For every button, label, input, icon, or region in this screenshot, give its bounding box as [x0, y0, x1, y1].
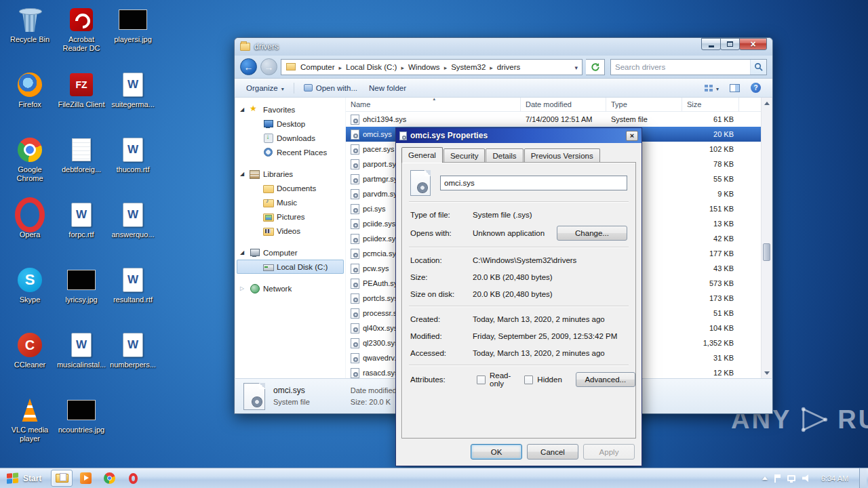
breadcrumb-item[interactable]: Computer	[298, 60, 343, 75]
open-with-button[interactable]: Open with...	[299, 82, 362, 94]
filename-row	[402, 168, 635, 198]
refresh-button[interactable]	[586, 59, 605, 75]
desktop-icon[interactable]: resultand.rtf	[107, 263, 159, 328]
desktop-icon[interactable]: forpc.rtf	[56, 198, 107, 263]
organize-button[interactable]: Organize	[241, 82, 289, 94]
taskbar-app-button[interactable]	[98, 470, 120, 487]
views-button[interactable]	[700, 82, 724, 94]
show-desktop-button[interactable]	[859, 468, 867, 488]
dialog-titlebar[interactable]: omci.sys Properties	[396, 128, 642, 143]
column-header-type[interactable]: Type	[606, 98, 682, 111]
desktop-icon[interactable]: suitegerma...	[107, 68, 159, 133]
tree-item[interactable]: Recent Places	[237, 145, 344, 159]
desktop-icon[interactable]: Acrobat Reader DC	[56, 3, 107, 68]
tree-item[interactable]: Documents	[237, 181, 344, 195]
breadcrumb-separator-icon	[523, 63, 526, 71]
cancel-button[interactable]: Cancel	[527, 444, 578, 460]
tree-item[interactable]: Pictures	[237, 209, 344, 224]
taskbar-app-button[interactable]	[122, 470, 144, 487]
scrollbar-thumb[interactable]	[763, 243, 770, 261]
search-icon[interactable]	[750, 60, 766, 75]
filename-input[interactable]	[440, 176, 627, 190]
expander-icon[interactable]	[240, 171, 244, 177]
dialog-close-button[interactable]	[626, 131, 638, 141]
preview-pane-button[interactable]	[725, 82, 745, 94]
breadcrumb-item[interactable]: System32	[448, 60, 494, 75]
tree-item[interactable]: Network	[237, 281, 344, 296]
dialog-tab[interactable]: General	[401, 147, 443, 163]
desktop-icon[interactable]: FileZilla Client	[56, 68, 107, 133]
maximize-button[interactable]	[720, 38, 740, 50]
desktop-icon[interactable]: playersi.jpg	[107, 3, 159, 68]
tree-item[interactable]: Videos	[237, 224, 344, 238]
tree-item[interactable]: Music	[237, 195, 344, 209]
minimize-icon	[709, 45, 714, 47]
network-icon[interactable]	[787, 475, 795, 481]
minimize-button[interactable]	[701, 38, 721, 50]
desktop-icon[interactable]: CCleaner	[4, 328, 56, 393]
tree-item[interactable]: Computer	[237, 245, 344, 260]
desktop-icon[interactable]: VLC media player	[4, 393, 56, 458]
new-folder-button[interactable]: New folder	[364, 82, 411, 94]
volume-icon[interactable]	[802, 474, 810, 482]
expander-icon[interactable]	[240, 250, 244, 256]
change-button[interactable]: Change...	[557, 226, 627, 241]
breadcrumb-item[interactable]: drivers	[494, 60, 526, 75]
scroll-up-icon[interactable]	[762, 98, 772, 108]
file-row[interactable]: ohci1394.sys 7/14/2009 12:51 AM System f…	[346, 112, 761, 127]
tree-item[interactable]: Local Disk (C:)	[237, 260, 344, 274]
forward-button[interactable]	[260, 58, 277, 75]
clock[interactable]: 6:34 AM	[817, 474, 852, 483]
tree-item[interactable]: Favorites	[237, 102, 344, 117]
dialog-tab[interactable]: Previous Versions	[524, 148, 600, 162]
column-header-date-modified[interactable]: Date modified	[521, 98, 606, 111]
explorer-titlebar[interactable]: drivers	[235, 38, 772, 56]
desktop-icon[interactable]: lyricsy.jpg	[56, 263, 107, 328]
desktop-icon[interactable]: Firefox	[4, 68, 56, 133]
taskbar-app-button[interactable]	[51, 470, 73, 487]
size-label: Size:	[410, 273, 473, 281]
help-button[interactable]	[746, 81, 766, 95]
address-history-dropdown-icon[interactable]	[570, 63, 582, 71]
taskbar-app-button[interactable]	[75, 470, 96, 487]
tree-item[interactable]: Libraries	[237, 167, 344, 181]
scroll-down-icon[interactable]	[762, 367, 772, 378]
dialog-tab[interactable]: Security	[443, 148, 486, 162]
desktop-icon[interactable]: ncountries.jpg	[56, 393, 107, 458]
start-button[interactable]: Start	[0, 468, 48, 488]
desktop-icon[interactable]: musicalinstal...	[56, 328, 107, 393]
open-with-icon	[304, 84, 313, 92]
system-file-icon	[351, 219, 359, 229]
apply-button[interactable]: Apply	[583, 444, 635, 460]
tree-item[interactable]: Desktop	[237, 117, 344, 131]
hidden-checkbox[interactable]	[524, 375, 533, 384]
desktop-icon[interactable]: Recycle Bin	[4, 3, 56, 68]
dialog-tab[interactable]: Details	[486, 148, 523, 162]
breadcrumb-item[interactable]: Windows	[406, 60, 448, 75]
tree-item[interactable]: Downloads	[237, 131, 344, 145]
desktop-icon[interactable]: Google Chrome	[4, 133, 56, 198]
breadcrumb-item[interactable]: Local Disk (C:)	[343, 60, 406, 75]
address-bar[interactable]: Computer Local Disk (C:) Windows System3…	[281, 59, 583, 75]
desktop-icon[interactable]: Skype	[4, 263, 56, 328]
file-size: 151 KB	[682, 205, 739, 213]
desktop-icon[interactable]: Opera	[4, 198, 56, 263]
column-header-name[interactable]: Name	[346, 98, 521, 111]
desktop-icon[interactable]: answerquo...	[107, 198, 159, 263]
vertical-scrollbar[interactable]	[761, 98, 772, 378]
search-input[interactable]	[611, 63, 750, 71]
advanced-button[interactable]: Advanced...	[576, 372, 635, 387]
status-file-type: System file	[273, 396, 310, 408]
desktop-icon[interactable]: numberpers...	[107, 328, 159, 393]
readonly-checkbox[interactable]	[477, 375, 486, 384]
expander-icon[interactable]	[240, 107, 244, 113]
column-header-size[interactable]: Size	[682, 98, 739, 111]
back-button[interactable]	[240, 58, 257, 75]
show-hidden-icons-button[interactable]	[762, 476, 768, 480]
close-button[interactable]	[739, 38, 767, 50]
desktop-icon[interactable]: thucom.rtf	[107, 133, 159, 198]
desktop-icon[interactable]: debtforeig...	[56, 133, 107, 198]
ok-button[interactable]: OK	[471, 444, 522, 460]
expander-icon[interactable]	[240, 286, 244, 291]
action-center-icon[interactable]	[774, 474, 781, 483]
